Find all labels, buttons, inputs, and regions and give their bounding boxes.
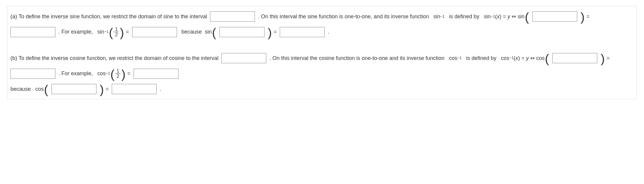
var-y: y [507, 9, 510, 24]
input-b-reason-val[interactable] [112, 84, 157, 94]
part-b-text-2: . On this interval the cosine function i… [269, 51, 444, 66]
part-b-text-3: is defined by [466, 51, 496, 66]
var-x: x [515, 51, 518, 66]
fraction-half: 12 [115, 68, 120, 79]
part-b-text-5: because [10, 82, 31, 96]
part-b-text-1: To define the inverse cosine function, w… [19, 51, 218, 66]
input-a-interval[interactable] [210, 11, 255, 22]
part-b-prefix: (b) [10, 51, 17, 66]
cos-label: cos [536, 51, 545, 66]
neg1: −1 [104, 27, 108, 37]
input-b-cos-val[interactable] [10, 69, 55, 79]
period: . [160, 82, 161, 96]
part-a-text-3: is defined by [449, 9, 479, 24]
input-b-cos-arg[interactable] [552, 53, 597, 63]
equals: = [127, 66, 131, 81]
iff-symbol: ⇔ [530, 51, 535, 66]
var-y: y [526, 51, 529, 66]
equals: = [586, 9, 590, 24]
input-b-reason-arg[interactable] [52, 84, 96, 94]
var-x: x [497, 9, 500, 24]
part-b: (b) To define the inverse cosine functio… [7, 48, 637, 99]
input-a-reason-val[interactable] [280, 27, 325, 37]
cos-label: cos [97, 66, 106, 81]
part-a-text-5: because [182, 24, 202, 39]
part-a-prefix: (a) [10, 9, 17, 24]
input-a-example-val[interactable] [132, 27, 177, 37]
input-a-reason-arg[interactable] [220, 27, 264, 37]
input-a-sin-val[interactable] [10, 27, 55, 37]
equals: = [273, 24, 277, 39]
neg1: −1 [440, 11, 445, 22]
neg1: −1 [457, 53, 462, 63]
equals: = [607, 51, 610, 66]
cos-label: cos [501, 51, 509, 66]
period: . [328, 24, 329, 39]
sin-label: sin [518, 9, 524, 24]
input-b-interval[interactable] [221, 53, 266, 63]
neg1: −1 [106, 68, 110, 79]
cos-label: cos [449, 51, 457, 66]
equals: = [126, 24, 129, 39]
sin-label: sin [433, 9, 440, 24]
fraction-half: 12 [114, 27, 119, 37]
part-a: (a) To define the inverse sine function,… [7, 6, 637, 42]
part-b-text-4: . For example, [58, 66, 93, 81]
input-a-sin-arg[interactable] [532, 11, 577, 22]
neg1: −1 [491, 11, 495, 22]
problem-container: (a) To define the inverse sine function,… [7, 6, 637, 99]
part-a-text-1: To define the inverse sine function, we … [19, 9, 207, 24]
sin-label: sin [484, 9, 491, 24]
part-a-text-2: . On this interval the sine function is … [258, 9, 429, 24]
sin-label: sin [205, 24, 212, 39]
neg1: −1 [509, 53, 513, 63]
equals: = [106, 82, 109, 96]
iff-symbol: ⇔ [512, 9, 516, 24]
part-a-text-4: . For example, [58, 24, 93, 39]
input-b-example-val[interactable] [134, 69, 179, 79]
cos-label: cos [35, 82, 44, 96]
sin-label: sin [97, 24, 104, 39]
